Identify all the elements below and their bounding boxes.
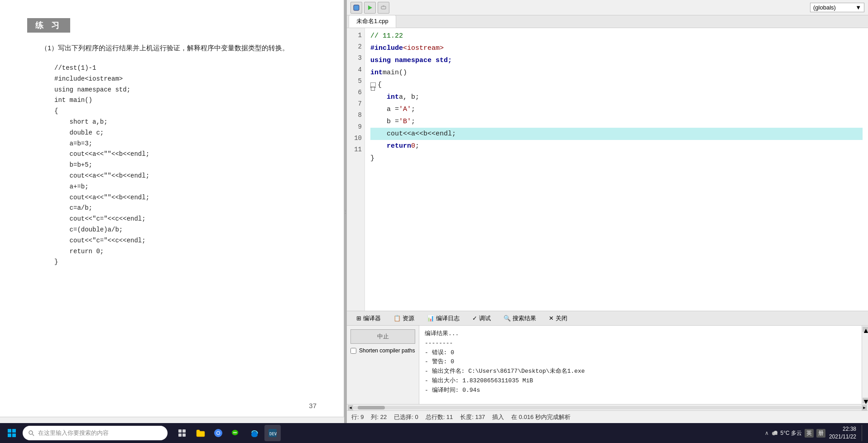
output-hscrollbar[interactable]: ◄ ►	[347, 404, 868, 410]
svg-rect-24	[772, 433, 777, 435]
output-scrollbar[interactable]: ▲ ▼	[862, 326, 868, 404]
show-desktop-button[interactable]	[862, 425, 864, 441]
code-line: double c;	[54, 128, 317, 139]
debug-button[interactable]	[378, 2, 389, 14]
code-line: b=b+5;	[54, 160, 317, 171]
wechat-button[interactable]	[228, 425, 245, 441]
start-button[interactable]	[4, 425, 20, 441]
globals-dropdown[interactable]: (globals) ▼	[810, 3, 864, 12]
resources-icon: 📋	[393, 315, 401, 322]
code-line-9: cout<<a<<b<<endl;	[370, 128, 863, 140]
status-length: 长度: 137	[460, 413, 485, 421]
svg-line-9	[33, 434, 34, 436]
ide-bottom-panel: ⊞ 编译器 📋 资源 📊 编译日志 ✓ 调试 🔍 搜索结果	[347, 311, 868, 410]
code-content[interactable]: // 11.22 #include <iostream> using names…	[365, 28, 868, 311]
char-literal-B: 'B'	[399, 116, 411, 128]
char-literal-A: 'A'	[399, 103, 411, 116]
scrollbar-thumb[interactable]	[358, 406, 385, 409]
code-editor-area[interactable]: 1 2 3 4 5 6 7 8 9 10 11 // 11.22 #includ…	[347, 28, 868, 311]
tab-close[interactable]: ✕ 关闭	[543, 313, 573, 324]
debug-icon: ✓	[472, 315, 477, 322]
tab-resources[interactable]: 📋 资源	[388, 313, 420, 324]
include-header: <iostream>	[403, 42, 444, 54]
svg-point-16	[217, 432, 220, 434]
code-line: }	[54, 257, 317, 268]
tab-build-log[interactable]: 📊 编译日志	[421, 313, 465, 324]
code-line-10: return 0;	[370, 140, 863, 152]
code-line: #include<iostream>	[54, 74, 317, 85]
file-tab[interactable]: 未命名1.cpp	[349, 15, 396, 28]
bottom-content: 中止 Shorten compiler paths 编译结果... ------…	[347, 326, 868, 404]
run-button[interactable]	[364, 2, 376, 14]
code-line-8: b = 'B';	[370, 116, 863, 128]
textbook-panel: 练 习 （1）写出下列程序的运行结果并上机运行验证，解释程序中变量数据类型的转换…	[0, 0, 344, 423]
svg-rect-11	[182, 429, 186, 433]
code-line-11: }	[370, 152, 863, 164]
shorten-paths-checkbox[interactable]	[350, 348, 356, 354]
chrome-button[interactable]	[210, 425, 226, 441]
code-line-2: #include <iostream>	[370, 42, 863, 54]
cloud-icon	[772, 429, 779, 437]
devcpp-icon: DEV	[268, 428, 278, 438]
folder-icon	[195, 428, 205, 438]
code-line: using namespace std;	[54, 85, 317, 96]
code-line: {	[54, 106, 317, 117]
compiler-icon: ⊞	[356, 315, 361, 322]
stop-button[interactable]: 中止	[350, 329, 415, 344]
chrome-icon	[213, 428, 223, 438]
wechat-icon	[231, 428, 241, 438]
svg-rect-7	[12, 433, 16, 437]
search-placeholder: 在这里输入你要搜索的内容	[38, 429, 109, 437]
tab-debug[interactable]: ✓ 调试	[466, 313, 497, 324]
description-text: （1）写出下列程序的运行结果并上机运行验证，解释程序中变量数据类型的转换。	[27, 42, 317, 54]
devcpp-button[interactable]: DEV	[264, 425, 281, 441]
status-col: 列: 22	[371, 413, 387, 421]
status-row: 行: 9	[351, 413, 364, 421]
tray-caret[interactable]: ∧	[765, 430, 769, 436]
edge-button[interactable]	[246, 425, 263, 441]
code-line-3: using namespace std;	[370, 54, 863, 67]
output-line: 编译结果...	[425, 329, 856, 339]
clock[interactable]: 22:38 2021/11/22	[829, 425, 856, 441]
ide-toolbar: (globals) ▼	[347, 0, 868, 15]
keyword: using namespace std;	[370, 54, 452, 67]
ide-panel: (globals) ▼ 未命名1.cpp 1 2 3 4 5 6 7 8 9 1…	[347, 0, 868, 423]
task-view-button[interactable]	[174, 425, 190, 441]
svg-point-8	[29, 431, 33, 434]
edge-icon	[249, 428, 259, 438]
lang-indicator[interactable]: 英	[805, 429, 814, 438]
code-line: c=a/b;	[54, 203, 317, 214]
svg-rect-13	[182, 433, 186, 437]
status-total-lines: 总行数: 11	[426, 413, 453, 421]
code-line-4: int main()	[370, 67, 863, 79]
keyword-int2: int	[387, 91, 399, 103]
svg-rect-3	[383, 5, 384, 7]
comment: // 11.22	[370, 30, 403, 42]
system-tray: ∧ 5°C 多云 英 册	[765, 429, 825, 438]
svg-text:DEV: DEV	[269, 432, 277, 436]
svg-rect-12	[178, 433, 182, 437]
svg-rect-5	[12, 429, 16, 433]
globals-label: (globals)	[813, 4, 836, 11]
build-log-icon: 📊	[427, 315, 434, 322]
file-explorer-button[interactable]	[192, 425, 208, 441]
status-bar: 行: 9 列: 22 已选择: 0 总行数: 11 长度: 137 插入 在 0…	[347, 410, 868, 423]
compile-button[interactable]	[350, 2, 362, 14]
code-line: a=b=3;	[54, 139, 317, 149]
code-line: c=(double)a/b;	[54, 225, 317, 236]
dropdown-arrow-icon: ▼	[855, 4, 861, 11]
line-numbers: 1 2 3 4 5 6 7 8 9 10 11	[347, 28, 365, 311]
section-title: 练 习	[27, 18, 70, 33]
output-time: - 编译时间: 0.94s	[425, 386, 856, 395]
ime-indicator[interactable]: 册	[816, 429, 825, 438]
output-warnings: - 警告: 0	[425, 357, 856, 367]
taskbar-search-box[interactable]: 在这里输入你要搜索的内容	[23, 426, 168, 440]
block-fold-icon[interactable]: □	[370, 82, 376, 88]
compiler-output: 编译结果... -------- - 错误: 0 - 警告: 0 - 输出文件名…	[419, 326, 862, 404]
svg-marker-1	[368, 5, 372, 10]
status-selected: 已选择: 0	[394, 413, 418, 421]
tab-search[interactable]: 🔍 搜索结果	[498, 313, 542, 324]
tab-compiler[interactable]: ⊞ 编译器	[350, 313, 387, 324]
shorten-paths-label[interactable]: Shorten compiler paths	[350, 347, 415, 354]
bottom-left-controls: 中止 Shorten compiler paths	[347, 326, 419, 404]
